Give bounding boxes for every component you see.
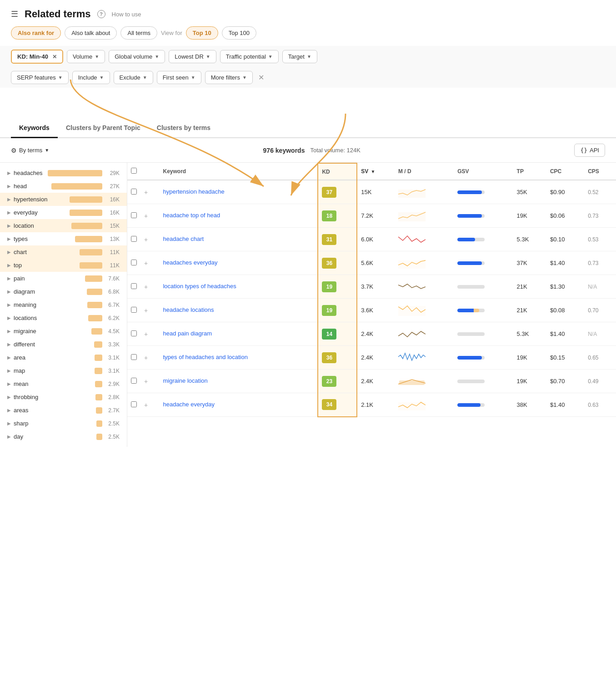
tab-all-terms[interactable]: All terms (120, 26, 157, 40)
target-filter[interactable]: Target ▼ (282, 50, 317, 63)
table-row: + headache locations 19 3.6K (127, 299, 616, 322)
md-chart (395, 180, 454, 204)
tab-also-rank-for[interactable]: Also rank for (11, 26, 61, 40)
add-keyword-button[interactable]: + (144, 212, 148, 220)
list-item[interactable]: ▶sharp 2.5K (0, 417, 127, 430)
list-item[interactable]: ▶mean 2.9K (0, 377, 127, 390)
col-header-sv[interactable]: SV ▼ (357, 163, 395, 180)
by-terms-selector[interactable]: ⚙ By terms ▼ (11, 147, 49, 154)
list-item[interactable]: ▶locations 6.2K (0, 311, 127, 325)
cps-value: 0.65 (584, 346, 616, 370)
kd-badge: 36 (322, 258, 336, 269)
more-filters-filter[interactable]: More filters ▼ (205, 71, 253, 84)
keyword-link[interactable]: location types of headaches (163, 283, 236, 290)
volume-filter[interactable]: Volume ▼ (67, 50, 105, 63)
add-keyword-button[interactable]: + (144, 330, 148, 338)
traffic-potential-filter[interactable]: Traffic potential ▼ (220, 50, 279, 63)
list-item[interactable]: ▶types 13K (0, 232, 127, 245)
sv-value: 5.6K (357, 251, 395, 275)
list-item[interactable]: ▶hypertension 16K (0, 193, 127, 206)
md-chart (395, 228, 454, 251)
include-filter[interactable]: Include ▼ (72, 71, 110, 84)
list-item[interactable]: ▶head 27K (0, 180, 127, 193)
gsv-value (454, 299, 513, 322)
keyword-link[interactable]: types of headaches and location (163, 354, 247, 360)
help-icon[interactable]: ? (97, 10, 105, 18)
add-keyword-button[interactable]: + (144, 236, 148, 243)
tab-clusters-terms[interactable]: Clusters by terms (149, 119, 219, 138)
list-item[interactable]: ▶top 11K (0, 259, 127, 272)
row-checkbox[interactable] (127, 180, 140, 204)
row-checkbox[interactable] (127, 228, 140, 251)
add-keyword-button[interactable]: + (144, 378, 148, 385)
tab-clusters-parent[interactable]: Clusters by Parent Topic (58, 119, 149, 138)
row-checkbox[interactable] (127, 251, 140, 275)
kd-filter[interactable]: KD: Min-40 ✕ (11, 50, 63, 64)
keyword-link[interactable]: headaches everyday (163, 259, 217, 266)
tp-value: 19K (513, 346, 546, 370)
add-keyword-button[interactable]: + (144, 260, 148, 267)
add-keyword-button[interactable]: + (144, 354, 148, 361)
row-checkbox[interactable] (127, 370, 140, 393)
tab-keywords[interactable]: Keywords (11, 119, 58, 138)
how-to-use-link[interactable]: How to use (112, 11, 141, 18)
keyword-link[interactable]: headache locations (163, 306, 214, 313)
select-all-checkbox[interactable] (131, 168, 137, 174)
clear-all-filters[interactable]: ✕ (256, 73, 266, 82)
table-row: + headache chart 31 6.0K 5.3K $0.10 0.53 (127, 228, 616, 251)
sv-value: 2.4K (357, 370, 395, 393)
row-checkbox[interactable] (127, 346, 140, 370)
md-chart (395, 275, 454, 299)
add-keyword-button[interactable]: + (144, 401, 148, 409)
lowest-dr-filter[interactable]: Lowest DR ▼ (169, 50, 216, 63)
list-item[interactable]: ▶map 3.1K (0, 364, 127, 377)
row-checkbox[interactable] (127, 204, 140, 228)
keyword-link[interactable]: headache top of head (163, 212, 220, 219)
select-all-header[interactable] (127, 163, 140, 180)
list-item[interactable]: ▶area 3.1K (0, 351, 127, 364)
cpc-value: $1.40 (546, 322, 584, 346)
list-item[interactable]: ▶migraine 4.5K (0, 325, 127, 338)
exclude-filter[interactable]: Exclude ▼ (114, 71, 153, 84)
list-item[interactable]: ▶day 2.5K (0, 430, 127, 443)
list-item[interactable]: ▶areas 2.7K (0, 404, 127, 417)
list-item[interactable]: ▶chart 11K (0, 245, 127, 259)
tab-row: Also rank for Also talk about All terms … (0, 26, 616, 46)
list-item[interactable]: ▶everyday 16K (0, 206, 127, 219)
global-volume-filter[interactable]: Global volume ▼ (109, 50, 165, 63)
tab-top-10[interactable]: Top 10 (186, 26, 218, 40)
keyword-link[interactable]: migraine location (163, 377, 207, 384)
kd-badge: 19 (322, 305, 336, 316)
keyword-link[interactable]: head pain diagram (163, 330, 212, 337)
list-item[interactable]: ▶meaning 6.7K (0, 298, 127, 311)
row-checkbox[interactable] (127, 299, 140, 322)
list-item[interactable]: ▶pain 7.6K (0, 272, 127, 285)
tab-also-talk-about[interactable]: Also talk about (65, 26, 117, 40)
hamburger-icon[interactable]: ☰ (11, 9, 18, 19)
list-item[interactable]: ▶throbbing 2.8K (0, 390, 127, 404)
tab-top-100[interactable]: Top 100 (222, 26, 256, 40)
kd-clear-icon[interactable]: ✕ (52, 54, 57, 60)
sv-value: 2.1K (357, 393, 395, 417)
add-keyword-button[interactable]: + (144, 307, 148, 314)
gsv-value (454, 228, 513, 251)
col-header-plus (140, 163, 159, 180)
row-checkbox[interactable] (127, 322, 140, 346)
row-checkbox[interactable] (127, 275, 140, 299)
list-item[interactable]: ▶location 15K (0, 219, 127, 232)
keyword-link[interactable]: hypertension headache (163, 188, 224, 195)
first-seen-filter[interactable]: First seen ▼ (157, 71, 201, 84)
keyword-link[interactable]: headache everyday (163, 401, 214, 408)
keyword-link[interactable]: headache chart (163, 235, 204, 242)
table-row: + location types of headaches 19 3.7K 21… (127, 275, 616, 299)
row-checkbox[interactable] (127, 393, 140, 417)
cpc-value: $0.08 (546, 299, 584, 322)
list-item[interactable]: ▶headaches 29K (0, 166, 127, 180)
list-item[interactable]: ▶diagram 6.8K (0, 285, 127, 298)
md-chart (395, 251, 454, 275)
api-button[interactable]: {} API (574, 144, 605, 157)
serp-features-filter[interactable]: SERP features ▼ (11, 71, 69, 84)
add-keyword-button[interactable]: + (144, 283, 148, 290)
list-item[interactable]: ▶different 3.3K (0, 338, 127, 351)
add-keyword-button[interactable]: + (144, 189, 148, 196)
